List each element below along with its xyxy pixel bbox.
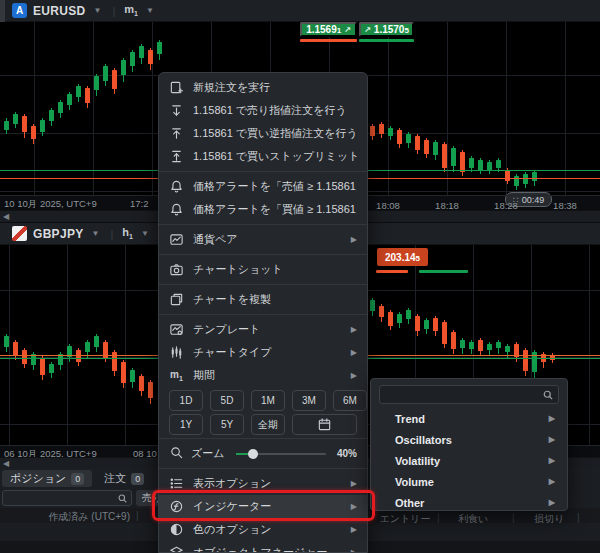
gbpjpy-price-badge[interactable]: 203.145 [377, 248, 428, 266]
menu-item-symbol[interactable]: 通貨ペア▶ [159, 228, 367, 251]
candle-body [85, 88, 90, 103]
gbpjpy-buy-underline [419, 270, 468, 273]
menu-item-label: テンプレート [193, 322, 342, 337]
duplicate-icon [169, 292, 184, 307]
period-button-6m[interactable]: 6M [333, 390, 367, 411]
period-button-5y[interactable]: 5Y [210, 414, 244, 435]
candle-body [496, 160, 501, 168]
zoom-slider-thumb[interactable] [248, 449, 258, 459]
candle-body [85, 342, 90, 352]
timeframe-label[interactable]: h1 [122, 226, 133, 240]
symbol-dropdown-icon[interactable]: ▼ [90, 229, 102, 238]
symbol-icon [169, 232, 184, 247]
submenu-item-volatility[interactable]: Volatility▶ [379, 450, 559, 471]
buy-trend-arrow-icon: ↗ [364, 25, 371, 34]
tab-注文[interactable]: 注文0 [96, 470, 152, 487]
menu-item-template[interactable]: テンプレート▶ [159, 318, 367, 341]
candle-body [130, 370, 135, 382]
sell-button[interactable]: 1.15691 ↗ [300, 22, 357, 37]
submenu-item-other[interactable]: Other▶ [379, 492, 559, 513]
candle-body [505, 170, 510, 181]
menu-item-new-order[interactable]: 新規注文を実行 [159, 76, 367, 99]
period-button-5d[interactable]: 5D [210, 390, 244, 411]
candle-body [157, 42, 162, 54]
candle-body [388, 128, 393, 136]
period-button-1d[interactable]: 1D [169, 390, 203, 411]
tab-ポジション[interactable]: ポジション0 [2, 470, 92, 487]
submenu-arrow-icon: ▶ [351, 502, 357, 511]
candle-body [478, 160, 483, 170]
candle-body [370, 300, 375, 311]
menu-item-sell-limit[interactable]: 1.15861 で売り指値注文を行う [159, 99, 367, 122]
candle-body [406, 310, 411, 319]
indicator-search-input[interactable] [379, 385, 559, 404]
objects-icon [169, 545, 184, 553]
symbol-name[interactable]: GBPJPY [33, 227, 84, 241]
buy-stop-limit-icon [169, 149, 184, 164]
menu-item-buy-stop[interactable]: 1.15861 で買い逆指値注文を行う [159, 122, 367, 145]
buy-stop-icon [169, 126, 184, 141]
period-button-全期[interactable]: 全期 [251, 414, 285, 435]
submenu-item-oscillators[interactable]: Oscillators▶ [379, 429, 559, 450]
tab-count-badge: 0 [131, 473, 144, 485]
submenu-item-volume[interactable]: Volume▶ [379, 471, 559, 492]
created-column-header[interactable]: 作成済み (UTC+9) [40, 510, 130, 524]
candle-body [67, 94, 72, 105]
candle-body [469, 158, 474, 168]
candle-body [460, 152, 465, 172]
timeframe-dropdown-icon[interactable]: ▼ [144, 6, 156, 15]
menu-divider [159, 284, 367, 285]
menu-item-label: チャートショット [193, 262, 357, 277]
menu-item-indicators[interactable]: インジケーター▶ [159, 495, 367, 518]
submenu-arrow-icon: ▶ [549, 414, 555, 423]
period-button-3m[interactable]: 3M [292, 390, 326, 411]
menu-divider [159, 171, 367, 172]
column-divider: | [512, 512, 515, 523]
template-icon [169, 322, 184, 337]
menu-divider [159, 314, 367, 315]
scroll-left-icon[interactable]: ◀ [3, 211, 9, 223]
positions-search-input[interactable] [2, 490, 132, 506]
menu-item-period[interactable]: m1期間▶ [159, 364, 367, 387]
axis-partial-label: 17:2 [130, 198, 149, 209]
tab-label: ポジション [10, 471, 66, 486]
account-logo-icon[interactable]: A [12, 3, 27, 18]
candle-body [415, 316, 420, 331]
candle-body [40, 358, 45, 375]
menu-item-objects[interactable]: オブジェクトマネージャー▶ [159, 541, 367, 553]
candle-body [460, 340, 465, 348]
tab-count-badge: 0 [71, 473, 84, 485]
menu-item-bell[interactable]: 価格アラートを「買値 ≥ 1.15861」に設定 [159, 198, 367, 221]
candle-body [13, 114, 18, 124]
symbol-name[interactable]: EURUSD [33, 4, 85, 18]
menu-item-chart-type[interactable]: チャートタイプ▶ [159, 341, 367, 364]
menu-item-view-options[interactable]: 表示オプション▶ [159, 472, 367, 495]
menu-item-duplicate[interactable]: チャートを複製 [159, 288, 367, 311]
period-icon: m1 [169, 368, 184, 383]
zoom-slider[interactable] [236, 453, 326, 455]
bell-icon [169, 179, 184, 194]
submenu-item-trend[interactable]: Trend▶ [379, 408, 559, 429]
menu-item-label: 表示オプション [193, 476, 342, 491]
menu-item-buy-stop-limit[interactable]: 1.15861 で買いストップリミット注文を行う [159, 145, 367, 168]
timeframe-dropdown-icon[interactable]: ▼ [139, 229, 151, 238]
menu-item-camera[interactable]: チャートショット [159, 258, 367, 281]
symbol-dropdown-icon[interactable]: ▼ [91, 6, 103, 15]
column-divider: | [437, 512, 440, 523]
chart-type-icon [169, 345, 184, 360]
menu-item-bell[interactable]: 価格アラートを「売値 ≥ 1.15861」に設定 [159, 175, 367, 198]
period-button-1y[interactable]: 1Y [169, 414, 203, 435]
buy-button[interactable]: ↗ 1.15705 [359, 22, 414, 37]
period-buttons-row: 1Y5Y全期 [159, 414, 367, 435]
submenu-arrow-icon: ▶ [351, 479, 357, 488]
menu-item-colors[interactable]: 色のオプション▶ [159, 518, 367, 541]
custom-period-button[interactable] [292, 414, 357, 435]
candle-body [379, 124, 384, 134]
period-button-1m[interactable]: 1M [251, 390, 285, 411]
timeframe-label[interactable]: m1 [124, 3, 138, 17]
candle-body [103, 66, 108, 81]
candle-body [121, 362, 126, 383]
buy-underline [359, 39, 414, 42]
gbpjpy-sell-underline [376, 270, 408, 273]
candle-body [397, 130, 402, 144]
